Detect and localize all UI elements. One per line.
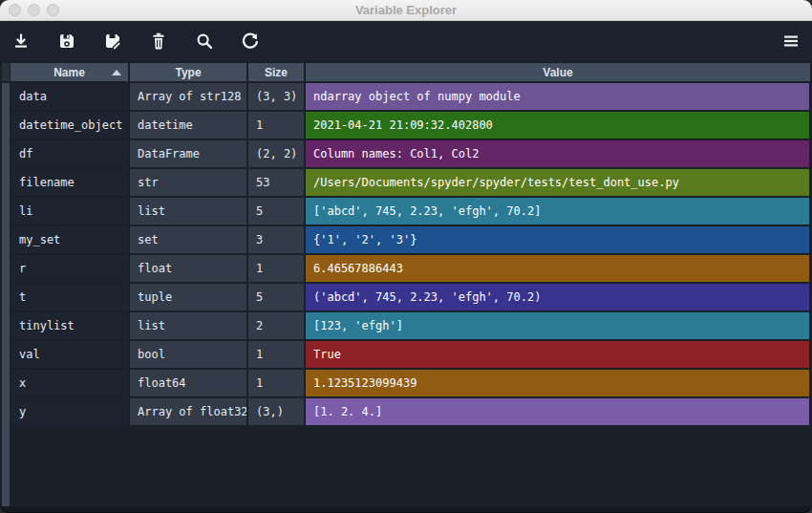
cell-name[interactable]: val	[11, 341, 128, 368]
save-data-button[interactable]	[57, 32, 76, 51]
cell-name[interactable]: filename	[11, 169, 128, 196]
cell-value[interactable]: 6.46567886443	[306, 255, 809, 282]
cell-size[interactable]: 2	[248, 312, 304, 339]
options-menu-button[interactable]	[781, 32, 801, 51]
refresh-button[interactable]	[241, 32, 260, 51]
cell-value[interactable]: True	[306, 341, 809, 368]
cell-type[interactable]: list	[130, 198, 246, 224]
table-row[interactable]: yArray of float32(3,)[1. 2. 4.]	[2, 398, 809, 425]
refresh-icon	[241, 32, 260, 51]
table-row[interactable]: dataArray of str128(3, 3)ndarray object …	[2, 83, 809, 110]
save-data-icon	[57, 32, 76, 51]
cell-size[interactable]: 5	[248, 198, 304, 224]
cell-size[interactable]: (3,)	[248, 398, 304, 425]
row-header[interactable]	[2, 140, 10, 167]
remove-variable-button[interactable]	[149, 32, 168, 51]
cell-name[interactable]: data	[11, 83, 128, 110]
cell-size[interactable]: (3, 3)	[248, 83, 304, 110]
column-header-size[interactable]: Size	[248, 63, 304, 81]
cell-size[interactable]: 1	[248, 112, 304, 139]
cell-value[interactable]: /Users/Documents/spyder/spyder/tests/tes…	[306, 169, 809, 196]
cell-name[interactable]: y	[11, 398, 128, 425]
cell-value[interactable]: {'1', '2', '3'}	[306, 226, 809, 253]
cell-name[interactable]: tinylist	[11, 312, 128, 339]
cell-type[interactable]: float64	[130, 370, 246, 396]
cell-size[interactable]: (2, 2)	[248, 140, 304, 167]
cell-size[interactable]: 3	[248, 226, 304, 253]
column-header-type-label: Type	[175, 66, 201, 79]
cell-type[interactable]: set	[130, 226, 246, 253]
table-row[interactable]: valbool1True	[2, 341, 809, 368]
cell-type[interactable]: Array of float32	[130, 398, 246, 425]
save-data-as-button[interactable]	[103, 32, 122, 51]
row-header[interactable]	[2, 312, 10, 339]
table-row[interactable]: xfloat6411.1235123099439	[2, 370, 809, 396]
table-row[interactable]: ttuple5('abcd', 745, 2.23, 'efgh', 70.2)	[2, 284, 809, 310]
row-header[interactable]	[2, 341, 10, 368]
window-title: Variable Explorer	[0, 0, 812, 21]
cell-value[interactable]: ['abcd', 745, 2.23, 'efgh', 70.2]	[306, 198, 809, 224]
table-body: dataArray of str128(3, 3)ndarray object …	[2, 83, 809, 427]
table-row[interactable]: tinylistlist2[123, 'efgh']	[2, 312, 809, 339]
table-row[interactable]: rfloat16.46567886443	[2, 255, 809, 282]
table-row[interactable]: filenamestr53/Users/Documents/spyder/spy…	[2, 169, 809, 196]
save-data-as-icon	[103, 32, 122, 51]
cell-type[interactable]: tuple	[130, 284, 246, 310]
cell-size[interactable]: 5	[248, 284, 304, 310]
row-header[interactable]	[2, 398, 10, 425]
cell-type[interactable]: DataFrame	[130, 140, 246, 167]
table-row[interactable]: my_setset3{'1', '2', '3'}	[2, 226, 809, 253]
cell-value[interactable]: ndarray object of numpy module	[306, 83, 809, 110]
cell-value[interactable]: Column names: Col1, Col2	[306, 140, 809, 167]
cell-size[interactable]: 53	[248, 169, 304, 196]
sort-ascending-icon	[112, 70, 121, 75]
cell-type[interactable]: Array of str128	[130, 83, 246, 110]
cell-type[interactable]: str	[130, 169, 246, 196]
cell-size[interactable]: 1	[248, 370, 304, 396]
toolbar	[0, 21, 812, 61]
row-header[interactable]	[2, 112, 10, 139]
trash-icon	[149, 32, 168, 51]
cell-value[interactable]: 1.1235123099439	[306, 370, 809, 396]
column-header-size-label: Size	[265, 66, 288, 79]
row-header[interactable]	[2, 370, 10, 396]
cell-size[interactable]: 1	[248, 255, 304, 282]
row-header[interactable]	[2, 226, 10, 253]
column-header-value[interactable]: Value	[306, 63, 810, 81]
cell-name[interactable]: x	[11, 370, 128, 396]
cell-type[interactable]: list	[130, 312, 246, 339]
cell-value[interactable]: ('abcd', 745, 2.23, 'efgh', 70.2)	[306, 284, 809, 310]
cell-type[interactable]: float	[130, 255, 246, 282]
search-button[interactable]	[195, 32, 214, 51]
row-header[interactable]	[2, 255, 10, 282]
column-header-name[interactable]: Name	[11, 63, 128, 81]
cell-type[interactable]: datetime	[130, 112, 246, 139]
cell-name[interactable]: my_set	[11, 226, 128, 253]
import-data-icon	[11, 32, 31, 51]
row-header[interactable]	[2, 284, 10, 310]
cell-name[interactable]: t	[11, 284, 128, 310]
cell-name[interactable]: datetime_object	[11, 112, 128, 139]
cell-name[interactable]: df	[11, 140, 128, 167]
variables-table: Name Type Size Value dataArray of str128…	[0, 61, 812, 506]
import-data-button[interactable]	[11, 32, 31, 51]
cell-size[interactable]: 1	[248, 341, 304, 368]
column-header-name-label: Name	[53, 66, 85, 79]
table-header: Name Type Size Value	[11, 63, 810, 81]
cell-value[interactable]: 2021-04-21 21:09:32.402800	[306, 112, 809, 139]
table-row[interactable]: lilist5['abcd', 745, 2.23, 'efgh', 70.2]	[2, 198, 809, 224]
title-bar: Variable Explorer	[0, 0, 812, 21]
cell-value[interactable]: [1. 2. 4.]	[306, 398, 809, 425]
row-header[interactable]	[2, 198, 10, 224]
row-header[interactable]	[2, 83, 10, 110]
table-corner[interactable]	[2, 63, 10, 81]
row-header[interactable]	[2, 169, 10, 196]
table-row[interactable]: datetime_objectdatetime12021-04-21 21:09…	[2, 112, 809, 139]
cell-value[interactable]: [123, 'efgh']	[306, 312, 809, 339]
table-row[interactable]: dfDataFrame(2, 2)Column names: Col1, Col…	[2, 140, 809, 167]
cell-type[interactable]: bool	[130, 341, 246, 368]
column-header-type[interactable]: Type	[130, 63, 246, 81]
cell-name[interactable]: r	[11, 255, 128, 282]
cell-name[interactable]: li	[11, 198, 128, 224]
hamburger-menu-icon	[782, 32, 800, 50]
